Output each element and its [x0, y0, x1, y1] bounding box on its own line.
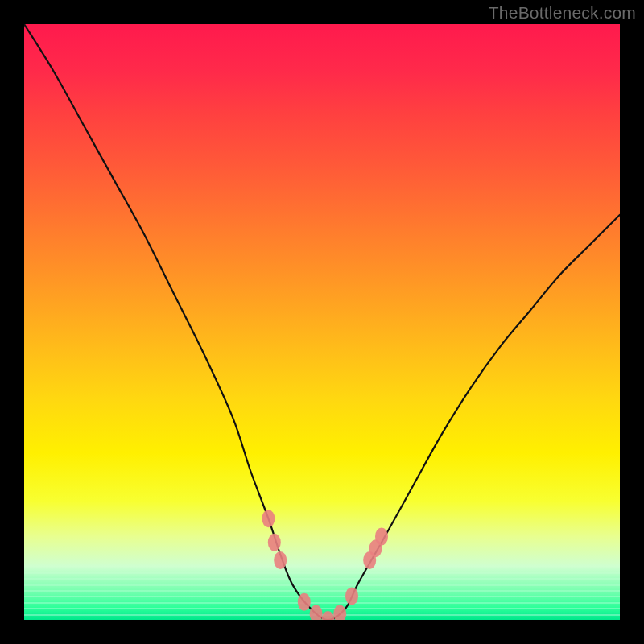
data-marker	[321, 611, 334, 620]
chart-frame: TheBottleneck.com	[0, 0, 644, 644]
data-marker	[345, 587, 358, 605]
bottleneck-curve	[24, 24, 620, 620]
plot-area	[24, 24, 620, 620]
data-marker	[375, 527, 388, 545]
data-marker	[262, 510, 275, 527]
curve-markers	[262, 510, 388, 620]
data-marker	[298, 593, 311, 611]
data-marker	[333, 605, 346, 620]
data-marker	[274, 551, 287, 569]
watermark-text: TheBottleneck.com	[489, 3, 636, 23]
data-marker	[268, 534, 281, 551]
data-marker	[310, 605, 323, 620]
curve-layer	[24, 24, 620, 620]
